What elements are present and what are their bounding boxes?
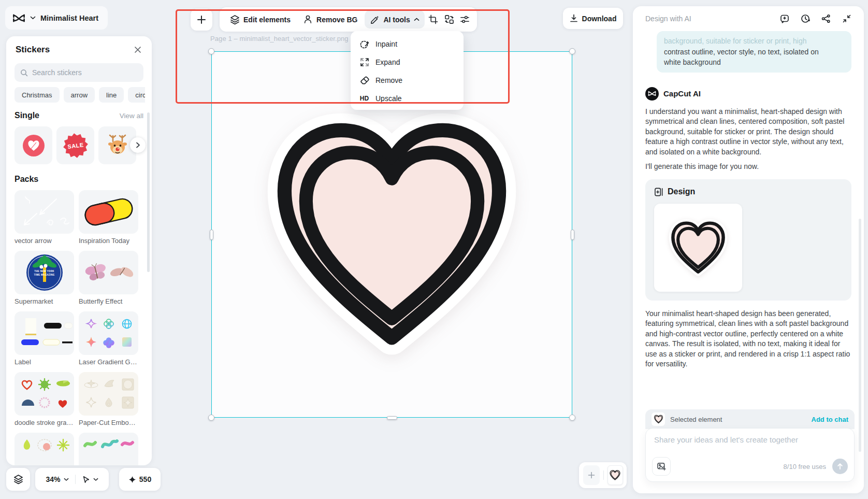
pack-laser-gradient[interactable]: Laser Gradient Grap... <box>79 311 138 366</box>
document-header: Minimalist Heart <box>5 6 108 30</box>
page-label: Page 1 – minimalist_heart_vector_sticker… <box>210 35 349 42</box>
new-chat-icon[interactable] <box>780 14 789 23</box>
design-card-label: Design <box>668 187 695 196</box>
credits-button[interactable]: 550 <box>119 468 161 491</box>
resize-handle-top-left[interactable] <box>208 48 214 54</box>
assistant-message-1: I understand you want a minimalist, hear… <box>645 107 851 158</box>
edit-elements-button[interactable]: Edit elements <box>225 10 296 28</box>
design-card: Design <box>645 179 851 301</box>
pen-sparkle-icon <box>370 15 380 24</box>
tag-circle[interactable]: circle <box>128 87 145 103</box>
zoom-controls: 34% <box>35 468 109 491</box>
menu-item-inpaint[interactable]: Inpaint <box>351 35 464 53</box>
sticker-search[interactable] <box>15 63 143 82</box>
resize-handle-bottom-right[interactable] <box>569 415 575 421</box>
download-label: Download <box>582 15 617 23</box>
pack-butterfly-effect[interactable]: Butterfly Effect <box>79 251 138 305</box>
send-button[interactable] <box>832 459 848 474</box>
heart-sticker-image[interactable] <box>251 101 533 369</box>
chat-history[interactable]: background, suitable for sticker or prin… <box>645 31 851 411</box>
layers-icon <box>13 474 23 484</box>
selected-element-thumbnail <box>652 412 665 426</box>
selected-element-bar: Selected element Add to chat <box>645 409 855 429</box>
menu-item-label: Expand <box>375 58 400 66</box>
design-preview[interactable] <box>654 204 742 292</box>
chevron-down-icon[interactable] <box>93 478 98 481</box>
share-icon[interactable] <box>821 14 831 23</box>
single-stickers-row: SALE <box>15 126 143 164</box>
tag-arrow[interactable]: arrow <box>64 87 95 103</box>
ai-tools-label: AI tools <box>383 16 410 24</box>
expand-icon <box>359 57 370 67</box>
menu-item-label: Inpaint <box>375 40 397 48</box>
divider <box>603 471 604 480</box>
layers-button[interactable] <box>6 468 30 491</box>
cursor-icon[interactable] <box>82 475 90 484</box>
download-button[interactable]: Download <box>563 8 623 29</box>
tag-christmas[interactable]: Christmas <box>15 87 60 103</box>
pack-partial-left[interactable] <box>15 433 74 465</box>
sticker-heart-badge[interactable] <box>15 126 52 164</box>
pack-doodle-stroke[interactable]: doodle stroke graphi... <box>15 372 74 426</box>
add-image-button[interactable] <box>652 457 671 476</box>
crop-icon <box>428 15 438 24</box>
history-icon[interactable] <box>801 14 810 23</box>
view-all-link[interactable]: View all <box>120 112 143 120</box>
page-thumbnails <box>579 462 627 488</box>
ai-tools-menu: Inpaint Expand Remove <box>351 31 464 110</box>
chat-input[interactable] <box>646 429 854 457</box>
pack-paper-cut[interactable]: Paper-Cut Embossi... <box>79 372 138 426</box>
resize-handle-bottom-left[interactable] <box>208 415 214 421</box>
page-thumbnail-1[interactable] <box>607 465 623 485</box>
tag-line[interactable]: line <box>99 87 124 103</box>
pack-label: vector arrow <box>15 237 74 245</box>
add-page-button[interactable] <box>583 465 600 485</box>
resize-handle-right[interactable] <box>571 230 574 240</box>
pack-partial-right[interactable] <box>79 433 138 465</box>
menu-item-upscale[interactable]: HD Upscale <box>351 89 464 107</box>
adjust-button[interactable] <box>458 11 472 28</box>
canvas-toolbar: Edit elements Remove BG AI tools <box>220 7 477 32</box>
ai-panel-scrollbar[interactable] <box>859 219 861 452</box>
pack-inspiration-today[interactable]: Inspiration Today <box>79 190 138 245</box>
close-icon[interactable] <box>133 45 142 54</box>
search-input[interactable] <box>32 68 131 77</box>
stickers-panel: Stickers Christmas arrow line circle Sin… <box>6 36 152 465</box>
singles-next-button[interactable] <box>130 137 146 153</box>
remove-bg-label: Remove BG <box>316 16 357 24</box>
supermarket-badge-text: THE NEW YORK TIME MAGAZINE <box>33 270 56 277</box>
crop-button[interactable] <box>427 11 440 28</box>
pack-label: Supermarket <box>15 297 74 305</box>
divider <box>75 475 76 484</box>
sticker-sale-badge[interactable]: SALE <box>56 126 94 164</box>
remove-bg-button[interactable]: Remove BG <box>298 10 363 28</box>
search-icon <box>20 69 28 77</box>
resize-handle-left[interactable] <box>210 230 213 240</box>
chevron-down-icon[interactable] <box>64 478 69 481</box>
selected-element-label: Selected element <box>670 416 806 423</box>
menu-item-remove[interactable]: Remove <box>351 71 464 89</box>
pack-vector-arrow[interactable]: vector arrow <box>15 190 74 245</box>
design-icon <box>654 187 663 197</box>
chevron-down-icon[interactable] <box>30 16 36 20</box>
pack-supermarket[interactable]: THE NEW YORK TIME MAGAZINE Supermarket <box>15 251 74 305</box>
stickers-scrollbar[interactable] <box>147 112 150 272</box>
capcut-logo-icon[interactable] <box>12 14 25 22</box>
ai-tools-button[interactable]: AI tools <box>365 10 424 28</box>
resize-handle-top-right[interactable] <box>569 48 575 54</box>
credits-star-icon <box>128 476 136 483</box>
single-section-title: Single <box>15 111 39 120</box>
chat-input-card: 8/10 free uses <box>645 428 855 482</box>
resize-handle-bottom[interactable] <box>387 416 397 420</box>
capcut-ai-avatar <box>645 87 659 101</box>
sticker-tag-list: Christmas arrow line circle <box>15 87 145 103</box>
collapse-icon[interactable] <box>842 14 851 23</box>
menu-item-expand[interactable]: Expand <box>351 53 464 71</box>
add-element-button[interactable] <box>191 9 212 31</box>
hd-icon: HD <box>359 95 370 102</box>
add-to-chat-button[interactable]: Add to chat <box>812 416 849 423</box>
replace-button[interactable] <box>442 11 456 28</box>
pack-label-shapes[interactable]: Label <box>15 311 74 366</box>
zoom-value[interactable]: 34% <box>46 475 60 483</box>
ai-panel: Design with AI background, suitable for … <box>633 6 864 493</box>
